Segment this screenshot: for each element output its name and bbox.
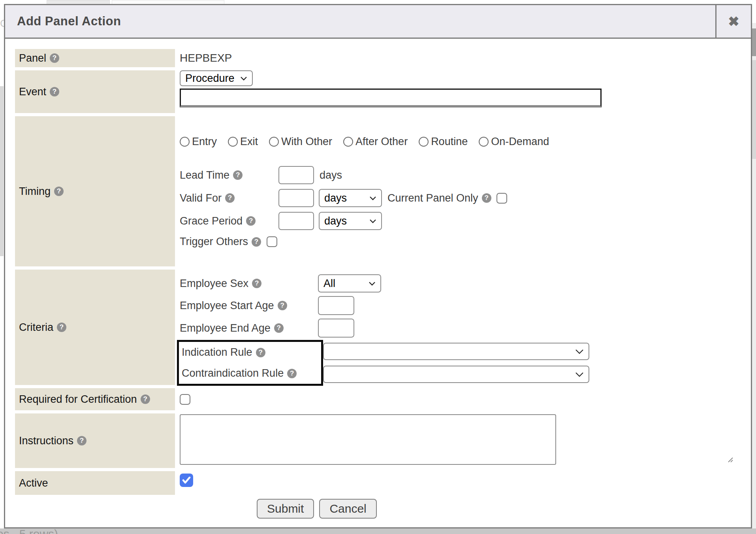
close-button[interactable]: ✖ (715, 5, 751, 38)
required-for-certification-label: Required for Certification (19, 393, 137, 406)
employee-start-age-label: Employee Start Age (180, 300, 274, 312)
criteria-help-icon[interactable]: ? (57, 323, 66, 332)
lead-time-help-icon[interactable]: ? (233, 170, 243, 180)
active-row: Active (5, 471, 751, 495)
event-row: Event ? Procedure (5, 70, 751, 113)
rules-highlight-box: Indication Rule ? Contraindication Rule … (177, 340, 323, 386)
employee-end-age-label: Employee End Age (180, 322, 271, 334)
contraindication-rule-help-icon[interactable]: ? (287, 369, 297, 378)
radio-circle-icon (228, 137, 238, 147)
grace-period-row: Grace Period ? days (180, 212, 751, 230)
valid-for-unit-select[interactable]: days (319, 189, 382, 207)
employee-start-age-help-icon[interactable]: ? (278, 301, 287, 310)
add-panel-action-dialog: Add Panel Action ✖ Panel ? HEPBEXP Event… (4, 4, 752, 528)
valid-for-input[interactable] (278, 189, 314, 207)
radio-circle-icon (479, 137, 489, 147)
valid-for-unit-value: days (324, 192, 347, 204)
event-type-selected-value: Procedure (185, 72, 235, 85)
background-page-fragment (752, 60, 756, 159)
indication-rule-label: Indication Rule (182, 346, 252, 359)
chevron-down-icon (240, 76, 247, 81)
rules-block: Indication Rule ? Contraindication Rule … (180, 340, 751, 386)
grace-period-label: Grace Period (180, 215, 243, 227)
timing-row: Timing ? Entry Exit With Other (5, 116, 751, 266)
employee-end-age-row: Employee End Age ? (180, 319, 751, 338)
event-label-cell: Event ? (15, 70, 175, 113)
chevron-down-icon (369, 281, 376, 286)
background-rows-count-text: os 5 rows) (0, 528, 58, 534)
employee-end-age-input[interactable] (318, 319, 354, 338)
instructions-label: Instructions (19, 435, 73, 447)
valid-for-row: Valid For ? days Current Panel Only ? (180, 189, 751, 207)
radio-entry[interactable]: Entry (180, 136, 217, 148)
contraindication-rule-label-row: Contraindication Rule ? (179, 363, 321, 384)
dialog-title: Add Panel Action (5, 5, 715, 38)
event-label: Event (19, 86, 46, 98)
background-scrollbar-thumb[interactable] (752, 28, 756, 56)
required-for-certification-row: Required for Certification ? (5, 388, 751, 410)
timing-help-icon[interactable]: ? (54, 187, 64, 196)
instructions-help-icon[interactable]: ? (77, 436, 87, 445)
resize-grip-icon[interactable] (727, 456, 733, 462)
grace-period-unit-select[interactable]: days (319, 212, 382, 230)
event-search-input[interactable] (180, 89, 602, 108)
current-panel-only-help-icon[interactable]: ? (482, 193, 491, 203)
valid-for-help-icon[interactable]: ? (225, 193, 235, 203)
event-help-icon[interactable]: ? (50, 87, 59, 96)
lead-time-row: Lead Time ? days (180, 166, 751, 184)
trigger-others-label: Trigger Others (180, 236, 248, 248)
active-checkbox[interactable] (180, 474, 193, 487)
trigger-others-checkbox[interactable] (267, 236, 277, 247)
radio-with-other[interactable]: With Other (269, 136, 332, 148)
dialog-actions: Submit Cancel (257, 499, 751, 519)
lead-time-input[interactable] (278, 166, 314, 184)
indication-rule-help-icon[interactable]: ? (256, 348, 265, 357)
dialog-body: Panel ? HEPBEXP Event ? Procedure (5, 39, 751, 519)
event-type-select[interactable]: Procedure (180, 70, 253, 86)
chevron-down-icon (575, 349, 584, 354)
radio-with-other-label: With Other (281, 136, 332, 148)
employee-sex-select[interactable]: All (318, 274, 381, 292)
timing-label: Timing (19, 185, 51, 198)
instructions-row: Instructions ? (5, 413, 751, 468)
grace-period-help-icon[interactable]: ? (246, 216, 256, 226)
radio-circle-icon (180, 137, 190, 147)
required-for-certification-help-icon[interactable]: ? (141, 394, 150, 404)
lead-time-suffix: days (320, 169, 342, 181)
indication-rule-select[interactable] (323, 343, 589, 360)
required-for-certification-checkbox[interactable] (180, 394, 190, 405)
panel-help-icon[interactable]: ? (50, 53, 59, 63)
radio-exit[interactable]: Exit (228, 136, 258, 148)
employee-end-age-help-icon[interactable]: ? (274, 323, 284, 333)
grace-period-unit-value: days (324, 215, 347, 227)
radio-routine[interactable]: Routine (419, 136, 468, 148)
indication-rule-label-row: Indication Rule ? (179, 342, 321, 363)
current-panel-only-checkbox[interactable] (496, 193, 507, 204)
radio-after-other[interactable]: After Other (343, 136, 408, 148)
active-label-cell: Active (15, 471, 175, 495)
panel-value: HEPBEXP (180, 49, 751, 67)
instructions-textarea[interactable] (180, 414, 556, 465)
chevron-down-icon (575, 372, 584, 377)
required-for-certification-label-cell: Required for Certification ? (15, 388, 175, 410)
submit-button[interactable]: Submit (257, 499, 314, 519)
timing-radio-group: Entry Exit With Other After Other (180, 134, 751, 149)
panel-row: Panel ? HEPBEXP (5, 49, 751, 67)
current-panel-only-label: Current Panel Only (387, 192, 478, 204)
dialog-titlebar: Add Panel Action ✖ (5, 5, 751, 39)
close-icon: ✖ (728, 13, 739, 29)
contraindication-rule-select[interactable] (323, 366, 589, 383)
check-icon (182, 477, 191, 484)
radio-on-demand[interactable]: On-Demand (479, 136, 549, 148)
criteria-label-cell: Criteria ? (15, 270, 175, 385)
panel-label-cell: Panel ? (15, 49, 175, 67)
employee-start-age-input[interactable] (318, 296, 354, 315)
active-label: Active (19, 477, 48, 489)
trigger-others-help-icon[interactable]: ? (252, 237, 261, 247)
criteria-label: Criteria (19, 321, 53, 334)
grace-period-input[interactable] (278, 212, 314, 230)
radio-exit-label: Exit (240, 136, 258, 148)
cancel-button[interactable]: Cancel (319, 499, 376, 519)
radio-circle-icon (419, 137, 429, 147)
employee-sex-help-icon[interactable]: ? (252, 279, 261, 288)
